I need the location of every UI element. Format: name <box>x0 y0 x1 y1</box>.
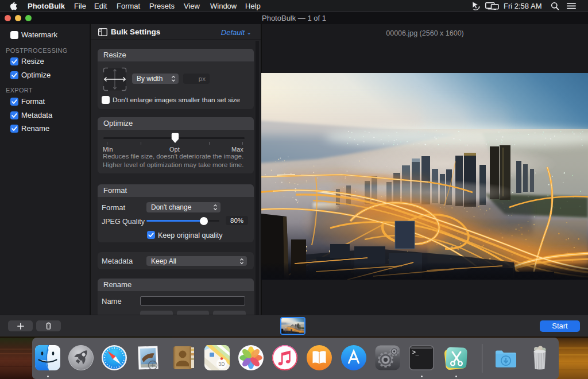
svg-text:3D: 3D <box>218 361 225 367</box>
svg-text:>_: >_ <box>412 349 419 355</box>
